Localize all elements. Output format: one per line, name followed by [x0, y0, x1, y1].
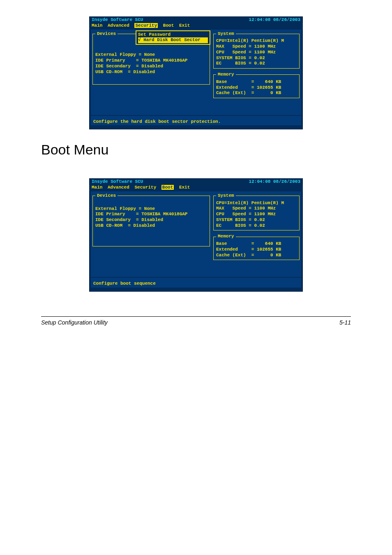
bios-menu-bar: Main Advanced Security Boot Exit [89, 23, 303, 30]
system-info: CPU=Intel(R) Pentium(R) M MAX Speed = 11… [216, 200, 297, 229]
bios-help-line: Configure the hard disk boot sector prot… [91, 115, 301, 126]
dropdown-set-password[interactable]: Set Password [138, 32, 171, 37]
memory-legend: Memory [216, 72, 236, 78]
security-dropdown: Set Password √ Hard Disk Boot Sector [136, 30, 210, 45]
document-page: Insyde Software SCU 12:04:08 08/26/2003 … [0, 0, 392, 555]
bios-product-name: Insyde Software SCU [92, 179, 143, 185]
menu-security[interactable]: Security [134, 185, 156, 190]
devices-list: External Floppy = None IDE Primary = TOS… [95, 52, 207, 75]
bios-help-line: Configure boot sequence [91, 277, 301, 288]
system-panel: System CPU=Intel(R) Pentium(R) M MAX Spe… [213, 193, 300, 231]
bios-title-bar: Insyde Software SCU 12:04:08 08/26/2003 [89, 178, 303, 185]
footer-page-number: 5-11 [339, 319, 351, 326]
menu-exit[interactable]: Exit [179, 23, 190, 28]
menu-advanced[interactable]: Advanced [108, 23, 129, 28]
menu-advanced[interactable]: Advanced [108, 185, 129, 190]
section-heading: Boot Menu [41, 142, 351, 158]
dropdown-hd-boot-sector[interactable]: √ Hard Disk Boot Sector [138, 37, 208, 43]
bios-body: Devices External Floppy = None IDE Prima… [91, 191, 301, 277]
bios-title-bar: Insyde Software SCU 12:04:08 08/26/2003 [89, 16, 303, 23]
bios-menu-bar: Main Advanced Security Boot Exit [89, 185, 303, 191]
page-footer: Setup Configuration Utility 5-11 [41, 316, 351, 326]
menu-boot[interactable]: Boot [163, 23, 174, 28]
system-legend: System [216, 31, 236, 37]
memory-panel: Memory Base = 640 KB Extended = 102655 K… [213, 234, 300, 260]
devices-panel: Devices Set Password √ Hard Disk Boot Se… [92, 31, 210, 85]
bios-product-name: Insyde Software SCU [92, 17, 143, 23]
footer-left: Setup Configuration Utility [41, 319, 108, 326]
devices-panel: Devices External Floppy = None IDE Prima… [92, 193, 210, 246]
bios-datetime: 12:04:08 08/26/2003 [249, 17, 300, 23]
devices-list: External Floppy = None IDE Primary = TOS… [95, 206, 207, 229]
system-legend: System [216, 193, 236, 199]
devices-legend: Devices [95, 193, 118, 199]
menu-main[interactable]: Main [92, 185, 102, 190]
menu-main[interactable]: Main [92, 23, 102, 28]
bios-datetime: 12:04:08 08/26/2003 [249, 179, 300, 185]
menu-security-selected[interactable]: Security [134, 23, 158, 28]
memory-info: Base = 640 KB Extended = 102655 KB Cache… [216, 241, 297, 258]
memory-legend: Memory [216, 234, 236, 240]
bios-body: Devices Set Password √ Hard Disk Boot Se… [91, 30, 301, 115]
system-info: CPU=Intel(R) Pentium(R) M MAX Speed = 11… [216, 38, 297, 67]
memory-panel: Memory Base = 640 KB Extended = 102655 K… [213, 72, 300, 98]
bios-right-column: System CPU=Intel(R) Pentium(R) M MAX Spe… [213, 31, 300, 113]
bios-right-column: System CPU=Intel(R) Pentium(R) M MAX Spe… [213, 193, 300, 275]
bios-left-column: Devices Set Password √ Hard Disk Boot Se… [92, 31, 210, 113]
bios-left-column: Devices External Floppy = None IDE Prima… [92, 193, 210, 275]
memory-info: Base = 640 KB Extended = 102655 KB Cache… [216, 79, 297, 96]
devices-legend: Devices [95, 31, 118, 37]
menu-boot-selected[interactable]: Boot [161, 185, 174, 190]
bios-screenshot-security: Insyde Software SCU 12:04:08 08/26/2003 … [89, 16, 303, 129]
menu-exit[interactable]: Exit [179, 185, 190, 190]
bios-screenshot-boot: Insyde Software SCU 12:04:08 08/26/2003 … [89, 178, 303, 291]
system-panel: System CPU=Intel(R) Pentium(R) M MAX Spe… [213, 31, 300, 69]
